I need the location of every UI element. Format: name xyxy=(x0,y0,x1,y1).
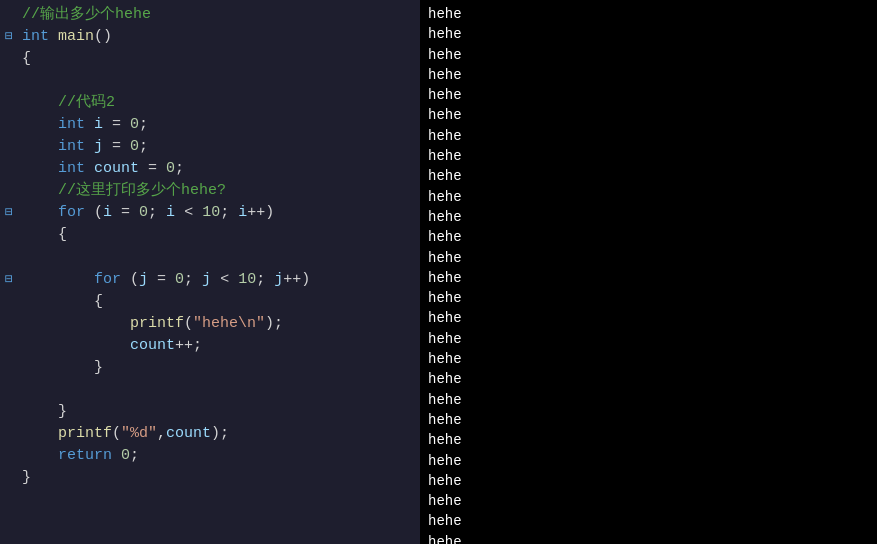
token: ++) xyxy=(283,271,310,288)
token xyxy=(22,72,58,89)
token xyxy=(22,271,94,288)
token: i xyxy=(238,204,247,221)
line-content: return 0; xyxy=(18,445,412,467)
token xyxy=(22,425,58,442)
line-content: { xyxy=(18,291,412,313)
code-line: printf("%d",count); xyxy=(0,423,420,445)
line-content: printf("hehe\n"); xyxy=(18,313,412,335)
token: i xyxy=(166,204,175,221)
code-line: //代码2 xyxy=(0,92,420,114)
output-line: hehe xyxy=(428,207,869,227)
line-content xyxy=(18,379,412,401)
token: ( xyxy=(184,315,193,332)
token: 0 xyxy=(121,447,130,464)
code-line: int j = 0; xyxy=(0,136,420,158)
token: ; xyxy=(130,447,139,464)
token xyxy=(22,447,58,464)
code-line: } xyxy=(0,357,420,379)
output-line: hehe xyxy=(428,329,869,349)
token: int xyxy=(22,28,49,45)
token: ( xyxy=(121,271,139,288)
token: () xyxy=(94,28,112,45)
output-line: hehe xyxy=(428,105,869,125)
line-gutter: ⊟ xyxy=(0,270,18,289)
line-content: //这里打印多少个hehe? xyxy=(18,180,412,202)
token: for xyxy=(58,204,85,221)
code-line xyxy=(0,247,420,269)
code-line xyxy=(0,70,420,92)
line-content: } xyxy=(18,401,412,423)
output-line: hehe xyxy=(428,471,869,491)
code-editor[interactable]: //输出多少个hehe⊟int main(){ //代码2 int i = 0;… xyxy=(0,0,420,544)
code-line: ⊟ for (i = 0; i < 10; i++) xyxy=(0,202,420,224)
token: int xyxy=(58,160,85,177)
output-line: hehe xyxy=(428,308,869,328)
token: ++) xyxy=(247,204,274,221)
output-line: hehe xyxy=(428,349,869,369)
line-content: //输出多少个hehe xyxy=(18,4,412,26)
code-line: printf("hehe\n"); xyxy=(0,313,420,335)
line-content: for (j = 0; j < 10; j++) xyxy=(18,269,412,291)
token: < xyxy=(211,271,238,288)
token: = xyxy=(103,116,130,133)
token: = xyxy=(112,204,139,221)
token xyxy=(22,359,94,376)
token xyxy=(22,249,94,266)
token: i xyxy=(103,204,112,221)
output-line: hehe xyxy=(428,4,869,24)
token xyxy=(22,337,130,354)
token: j xyxy=(139,271,148,288)
token xyxy=(85,116,94,133)
token xyxy=(22,226,58,243)
code-line: { xyxy=(0,48,420,70)
output-line: hehe xyxy=(428,491,869,511)
token: 0 xyxy=(130,138,139,155)
token: ; xyxy=(148,204,166,221)
token xyxy=(22,160,58,177)
code-line: //这里打印多少个hehe? xyxy=(0,180,420,202)
code-lines: //输出多少个hehe⊟int main(){ //代码2 int i = 0;… xyxy=(0,4,420,489)
token xyxy=(112,447,121,464)
token: //这里打印多少个hehe? xyxy=(58,182,226,199)
output-line: hehe xyxy=(428,166,869,186)
token xyxy=(22,403,58,420)
output-line: hehe xyxy=(428,430,869,450)
line-content: { xyxy=(18,48,412,70)
token: int xyxy=(58,138,85,155)
token: ); xyxy=(211,425,229,442)
token: 0 xyxy=(166,160,175,177)
output-line: hehe xyxy=(428,288,869,308)
token: count xyxy=(130,337,175,354)
token: ; xyxy=(256,271,274,288)
code-line: ⊟ for (j = 0; j < 10; j++) xyxy=(0,269,420,291)
token xyxy=(22,315,130,332)
token: = xyxy=(148,271,175,288)
token: printf xyxy=(130,315,184,332)
code-line: return 0; xyxy=(0,445,420,467)
line-content: int count = 0; xyxy=(18,158,412,180)
output-line: hehe xyxy=(428,248,869,268)
token: j xyxy=(202,271,211,288)
output-line: hehe xyxy=(428,511,869,531)
token xyxy=(22,381,94,398)
output-line: hehe xyxy=(428,390,869,410)
output-line: hehe xyxy=(428,227,869,247)
code-line: ⊟int main() xyxy=(0,26,420,48)
token: ); xyxy=(265,315,283,332)
code-line: } xyxy=(0,467,420,489)
token: = xyxy=(139,160,166,177)
output-line: hehe xyxy=(428,126,869,146)
code-line: { xyxy=(0,224,420,246)
token xyxy=(49,28,58,45)
token: int xyxy=(58,116,85,133)
token: i xyxy=(94,116,103,133)
token: 0 xyxy=(130,116,139,133)
token: ( xyxy=(112,425,121,442)
line-content: //代码2 xyxy=(18,92,412,114)
token: } xyxy=(22,469,31,486)
code-line xyxy=(0,379,420,401)
token: 10 xyxy=(202,204,220,221)
token: count xyxy=(166,425,211,442)
line-content: } xyxy=(18,467,412,489)
output-line: hehe xyxy=(428,268,869,288)
